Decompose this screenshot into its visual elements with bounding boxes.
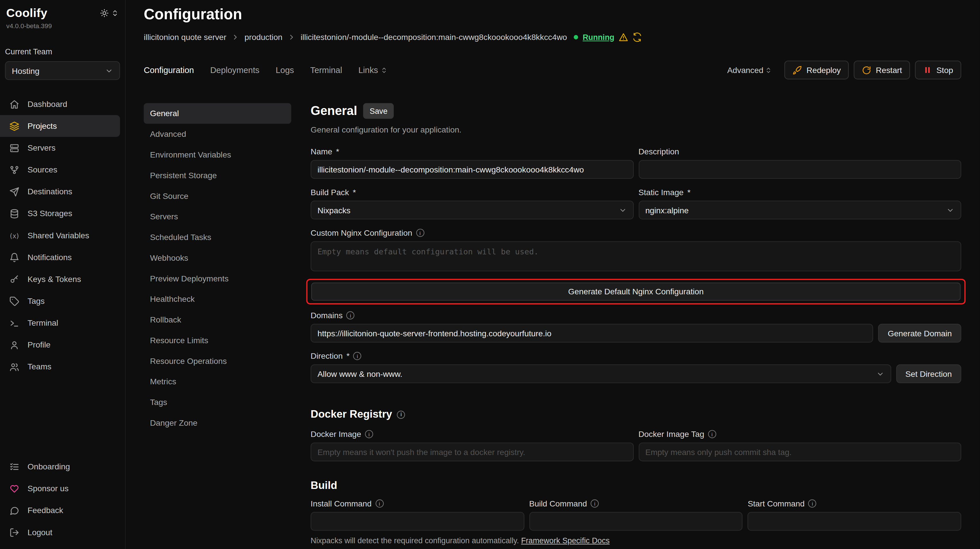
warning-triangle-icon: [619, 32, 628, 42]
sidebar-item-label: Shared Variables: [28, 231, 89, 240]
sidebar-item-logout[interactable]: Logout: [0, 521, 120, 543]
required-asterisk: *: [687, 188, 690, 197]
sidebar-item-notifications[interactable]: Notifications: [0, 246, 120, 268]
highlight-annotation: Generate Default Nginx Configuration: [306, 279, 966, 304]
status-running-link[interactable]: Running: [582, 33, 614, 41]
sidebar-item-onboarding[interactable]: Onboarding: [0, 455, 120, 477]
subnav-persistent-storage[interactable]: Persistent Storage: [144, 165, 291, 186]
subnav-preview-deployments[interactable]: Preview Deployments: [144, 268, 291, 289]
tab-deployments[interactable]: Deployments: [210, 65, 259, 75]
info-icon[interactable]: i: [375, 500, 383, 508]
sidebar-item-sponsor[interactable]: Sponsor us: [0, 477, 120, 499]
sidebar-item-projects[interactable]: Projects: [0, 115, 120, 137]
sidebar-item-dashboard[interactable]: Dashboard: [0, 93, 120, 115]
tab-logs[interactable]: Logs: [275, 65, 294, 75]
subnav-healthcheck[interactable]: Healthcheck: [144, 289, 291, 310]
rocket-icon: [792, 65, 802, 75]
sync-icon[interactable]: [633, 32, 642, 42]
advanced-dropdown[interactable]: Advanced: [727, 65, 772, 75]
theme-toggle-sun-icon[interactable]: [100, 9, 109, 17]
sidebar-item-label: Teams: [28, 362, 51, 371]
chevrons-up-down-icon[interactable]: [111, 9, 119, 17]
nginx-config-textarea[interactable]: [311, 241, 961, 271]
info-icon[interactable]: i: [708, 430, 716, 438]
framework-docs-link[interactable]: Framework Specific Docs: [521, 536, 609, 545]
sidebar-item-tags[interactable]: Tags: [0, 290, 120, 312]
sidebar-item-sources[interactable]: Sources: [0, 159, 120, 180]
sidebar-item-destinations[interactable]: Destinations: [0, 180, 120, 202]
info-icon[interactable]: i: [416, 229, 424, 237]
info-icon[interactable]: i: [346, 311, 354, 319]
stop-button[interactable]: Stop: [915, 60, 961, 80]
subnav-metrics[interactable]: Metrics: [144, 371, 291, 392]
sidebar-item-profile[interactable]: Profile: [0, 334, 120, 356]
subnav-advanced[interactable]: Advanced: [144, 124, 291, 145]
info-icon[interactable]: i: [365, 430, 373, 438]
subnav-general[interactable]: General: [144, 103, 291, 124]
subnav-resource-limits[interactable]: Resource Limits: [144, 330, 291, 351]
build-command-label: Build Command i: [529, 499, 743, 508]
list-checks-icon: [9, 461, 19, 472]
sidebar-item-terminal[interactable]: Terminal: [0, 312, 120, 334]
sidebar-item-label: Sources: [28, 165, 57, 175]
subnav-tags[interactable]: Tags: [144, 392, 291, 413]
sidebar-item-teams[interactable]: Teams: [0, 356, 120, 377]
sidebar-item-keys-tokens[interactable]: Keys & Tokens: [0, 268, 120, 290]
heart-icon: [9, 484, 19, 493]
sidebar-item-label: Onboarding: [28, 462, 70, 471]
start-command-input[interactable]: [748, 512, 961, 531]
install-command-input[interactable]: [311, 512, 524, 531]
tag-icon: [9, 296, 19, 306]
docker-image-tag-label: Docker Image Tag i: [638, 430, 961, 439]
status-dot: [574, 35, 578, 40]
sidebar-item-label: Servers: [28, 143, 56, 153]
required-asterisk: *: [353, 188, 356, 197]
description-input[interactable]: [638, 160, 961, 179]
team-select-value: Hosting: [12, 66, 39, 75]
breadcrumb-environment[interactable]: production: [245, 32, 283, 42]
subnav-environment-variables[interactable]: Environment Variables: [144, 144, 291, 165]
static-image-select[interactable]: nginx:alpine: [638, 201, 961, 219]
subnav-rollback[interactable]: Rollback: [144, 309, 291, 330]
page-title: Configuration: [144, 6, 961, 23]
team-select[interactable]: Hosting: [5, 61, 120, 80]
tab-configuration[interactable]: Configuration: [144, 65, 194, 75]
generate-domain-button[interactable]: Generate Domain: [878, 324, 961, 342]
required-asterisk: *: [336, 147, 339, 156]
info-icon[interactable]: i: [397, 411, 405, 419]
save-button[interactable]: Save: [364, 103, 394, 119]
tab-bar: Configuration Deployments Logs Terminal …: [144, 60, 961, 80]
name-input[interactable]: [311, 160, 633, 179]
docker-image-input[interactable]: [311, 442, 633, 461]
sidebar-footer-nav: Onboarding Sponsor us Feedback Logout: [0, 455, 125, 543]
redeploy-button[interactable]: Redeploy: [784, 60, 849, 80]
subnav-servers[interactable]: Servers: [144, 206, 291, 227]
message-icon: [9, 505, 19, 516]
breadcrumb-project[interactable]: illicitonion quote server: [144, 32, 226, 42]
docker-image-tag-input[interactable]: [638, 442, 961, 461]
generate-nginx-config-button[interactable]: Generate Default Nginx Configuration: [311, 283, 961, 301]
sidebar-item-shared-variables[interactable]: (x) Shared Variables: [0, 224, 120, 246]
app-window: Coolify v4.0.0-beta.399 Current Team Hos…: [0, 0, 980, 549]
domains-input[interactable]: [311, 324, 873, 342]
chevron-down-icon: [105, 67, 113, 75]
sidebar-item-feedback[interactable]: Feedback: [0, 500, 120, 521]
info-icon[interactable]: i: [353, 352, 361, 360]
tab-terminal[interactable]: Terminal: [310, 65, 342, 75]
set-direction-button[interactable]: Set Direction: [896, 364, 961, 383]
subnav-resource-operations[interactable]: Resource Operations: [144, 351, 291, 371]
restart-label: Restart: [876, 65, 902, 75]
info-icon[interactable]: i: [590, 500, 599, 508]
subnav-danger-zone[interactable]: Danger Zone: [144, 412, 291, 433]
direction-select[interactable]: Allow www & non-www.: [311, 364, 891, 383]
info-icon[interactable]: i: [808, 500, 816, 508]
subnav-webhooks[interactable]: Webhooks: [144, 247, 291, 268]
subnav-git-source[interactable]: Git Source: [144, 186, 291, 206]
tab-links[interactable]: Links: [358, 65, 387, 75]
sidebar-item-servers[interactable]: Servers: [0, 137, 120, 159]
build-command-input[interactable]: [529, 512, 743, 531]
subnav-scheduled-tasks[interactable]: Scheduled Tasks: [144, 227, 291, 247]
sidebar-item-s3-storages[interactable]: S3 Storages: [0, 203, 120, 224]
restart-button[interactable]: Restart: [854, 60, 910, 80]
build-pack-select[interactable]: Nixpacks: [311, 201, 633, 219]
